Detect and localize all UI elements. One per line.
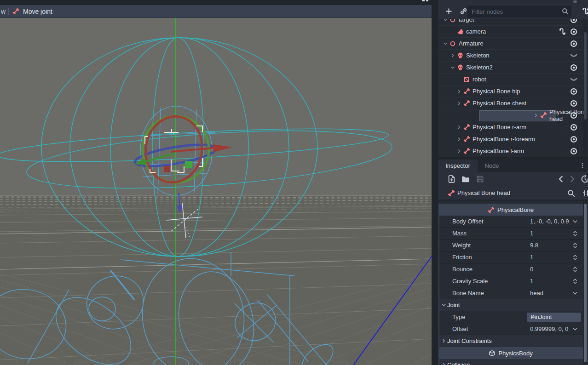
scrollbar-thumb[interactable] [584, 204, 587, 362]
property-search-icon[interactable] [567, 189, 576, 198]
bone-icon [540, 112, 547, 119]
spinbox-icon[interactable] [572, 254, 578, 261]
property-label: Type [452, 314, 465, 320]
tree-row-physicalbone-r-forearm[interactable]: PhysicalBone r-forearm [438, 133, 588, 145]
script-icon[interactable] [559, 28, 566, 35]
new-resource-icon[interactable] [447, 175, 456, 183]
property-value[interactable]: 9.8 [530, 242, 538, 249]
section-joint[interactable]: Joint [438, 299, 583, 311]
scrollbar-thumb[interactable] [584, 32, 587, 120]
attach-script-button[interactable] [581, 6, 588, 16]
property-row-gravity-scale[interactable]: Gravity Scale 1 [438, 275, 583, 287]
bone-icon [448, 189, 455, 197]
chevron-down-icon[interactable] [572, 290, 578, 297]
property-row-joint-type[interactable]: Type PinJoint [438, 311, 583, 323]
tree-row-physical-bone-chest[interactable]: Physical Bone chest [438, 97, 588, 109]
tree-node-label: PhysicalBone r-forearm [473, 136, 535, 143]
section-collision[interactable]: Collision [438, 359, 583, 365]
save-resource-icon[interactable] [476, 175, 484, 183]
tree-row-physical-bone-head-selected[interactable]: Physical Bone head [438, 109, 588, 121]
section-joint-constraints[interactable]: Joint Constraints [438, 335, 583, 347]
spinbox-icon[interactable] [572, 242, 578, 249]
visibility-eye-icon[interactable] [570, 28, 578, 36]
tree-row-camera[interactable]: camera [438, 26, 588, 38]
joint-gizmo[interactable] [133, 112, 232, 187]
tab-node[interactable]: Node [478, 160, 505, 172]
object-history-icon[interactable] [581, 175, 588, 183]
tree-row-skeleton2[interactable]: Skeleton2 [438, 62, 588, 74]
visibility-eye-icon[interactable] [570, 111, 578, 120]
property-row-friction[interactable]: Friction 1 [438, 251, 583, 263]
visibility-closed-eye-icon[interactable] [570, 51, 578, 60]
property-value[interactable]: 0 [530, 266, 533, 273]
chevron-right-icon[interactable] [455, 124, 463, 131]
property-value[interactable]: head [530, 290, 543, 297]
chevron-right-icon[interactable] [455, 136, 463, 143]
inspector-scrollbar[interactable] [583, 201, 587, 365]
visibility-eye-icon[interactable] [570, 19, 578, 24]
scene-tree-scrollbar[interactable] [583, 19, 587, 157]
tree-row-skeleton[interactable]: Skeleton [438, 50, 588, 62]
tree-row-physicalbone-l-arm[interactable]: PhysicalBone l-arm [438, 145, 588, 157]
visibility-eye-icon[interactable] [570, 40, 578, 48]
tree-row-armature[interactable]: Armature [438, 38, 588, 50]
joint-type-dropdown[interactable]: PinJoint [527, 313, 581, 322]
category-physicsbody[interactable]: PhysicsBody [438, 347, 583, 359]
chevron-down-icon[interactable] [442, 40, 449, 47]
add-node-button[interactable] [444, 6, 454, 16]
spinbox-icon[interactable] [572, 230, 578, 237]
dock-menu-dots-icon[interactable] [579, 162, 586, 169]
chevron-right-icon [441, 362, 447, 365]
visibility-eye-icon[interactable] [570, 123, 578, 131]
inspector-tab-bar: Inspector Node [438, 160, 588, 172]
chevron-right-icon[interactable] [455, 148, 463, 155]
visibility-eye-icon[interactable] [570, 99, 578, 108]
tree-row-target[interactable]: target [438, 19, 588, 26]
tree-row-robot[interactable]: robot [438, 74, 588, 86]
visibility-eye-icon[interactable] [570, 87, 578, 96]
visibility-eye-icon[interactable] [570, 147, 578, 155]
visibility-eye-icon[interactable] [570, 135, 578, 143]
property-value[interactable]: 1 [530, 254, 533, 261]
clipped-menu-label[interactable]: w [1, 8, 6, 15]
property-row-body-offset[interactable]: Body Offset 1, -0, -0, 0, 0.9 [438, 216, 583, 228]
3d-viewport[interactable] [0, 18, 432, 365]
no-arrow [449, 28, 456, 35]
transform-mode-label: Move joint [23, 8, 52, 15]
property-value[interactable]: 1 [530, 278, 533, 285]
3d-scene-render [0, 18, 432, 365]
property-row-bone-name[interactable]: Bone Name head [438, 287, 583, 299]
chevron-down-icon[interactable] [442, 19, 449, 23]
history-back-icon[interactable] [557, 175, 565, 183]
inspector-tools-icon[interactable] [582, 189, 588, 198]
chevron-right-icon[interactable] [532, 112, 540, 119]
property-row-joint-offset[interactable]: Offset 0.999999, 0, 0 [438, 323, 583, 335]
tree-row-physical-bone-r-arm[interactable]: Physical Bone r-arm [438, 121, 588, 133]
chevron-down-icon[interactable] [572, 326, 578, 332]
spinbox-icon[interactable] [572, 266, 578, 273]
chevron-right-icon[interactable] [455, 100, 463, 107]
tab-inspector[interactable]: Inspector [438, 160, 478, 172]
spinbox-icon[interactable] [572, 278, 578, 285]
property-value[interactable]: 0.999999, 0, 0 [530, 325, 568, 332]
visibility-closed-eye-icon[interactable] [570, 75, 578, 84]
property-row-weight[interactable]: Weight 9.8 [438, 240, 583, 251]
bone-icon [12, 8, 19, 15]
category-label: PhysicsBody [498, 350, 532, 357]
category-physicalbone[interactable]: PhysicalBone [438, 204, 583, 216]
property-row-mass[interactable]: Mass 1 [438, 228, 583, 240]
tree-row-physical-bone-hip[interactable]: Physical Bone hip [438, 86, 588, 97]
visibility-eye-icon[interactable] [570, 63, 578, 72]
history-forward-icon[interactable] [568, 175, 576, 183]
instance-scene-button[interactable] [458, 6, 468, 16]
chevron-down-icon[interactable] [572, 218, 578, 225]
property-value[interactable]: 1, -0, -0, 0, 0.9 [530, 218, 569, 225]
chevron-down-icon[interactable] [449, 64, 456, 71]
chevron-right-icon[interactable] [455, 88, 463, 95]
filter-nodes-input[interactable] [467, 6, 571, 17]
load-resource-folder-icon[interactable] [461, 175, 470, 183]
property-value[interactable]: 1 [530, 230, 533, 237]
chevron-right-icon[interactable] [449, 52, 456, 59]
section-label: Joint Constraints [447, 337, 492, 344]
property-row-bounce[interactable]: Bounce 0 [438, 263, 583, 275]
